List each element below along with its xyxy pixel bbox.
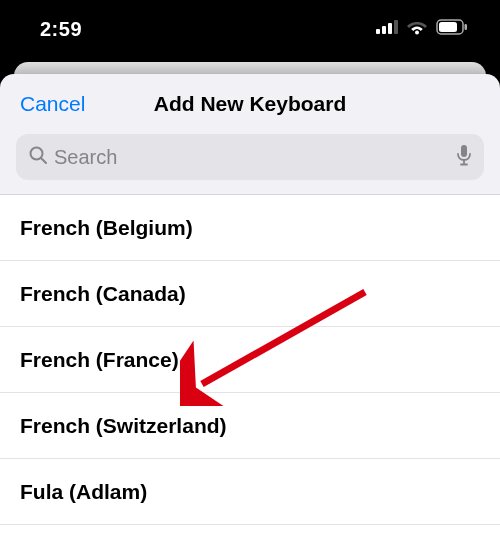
svg-rect-3 bbox=[394, 20, 398, 34]
list-item[interactable]: Fula (Adlam) bbox=[0, 459, 500, 525]
svg-rect-7 bbox=[465, 24, 468, 30]
svg-rect-0 bbox=[376, 29, 380, 34]
cellular-icon bbox=[376, 20, 398, 38]
keyboard-list: French (Belgium) French (Canada) French … bbox=[0, 194, 500, 542]
svg-rect-1 bbox=[382, 26, 386, 34]
nav-bar: Cancel Add New Keyboard bbox=[0, 74, 500, 134]
screen: 2:59 bbox=[0, 0, 500, 542]
search-icon bbox=[28, 145, 48, 169]
list-item[interactable]: French (Belgium) bbox=[0, 195, 500, 261]
svg-rect-10 bbox=[461, 145, 467, 157]
status-icons bbox=[376, 19, 468, 39]
status-bar: 2:59 bbox=[0, 0, 500, 58]
status-time: 2:59 bbox=[40, 18, 82, 41]
battery-icon bbox=[436, 19, 468, 39]
list-item[interactable]: French (Canada) bbox=[0, 261, 500, 327]
svg-point-4 bbox=[415, 31, 419, 35]
svg-line-9 bbox=[41, 158, 46, 163]
cancel-button[interactable]: Cancel bbox=[0, 92, 85, 116]
list-item[interactable]: French (France) bbox=[0, 327, 500, 393]
svg-rect-6 bbox=[439, 22, 457, 32]
search-input[interactable] bbox=[54, 146, 450, 169]
list-item[interactable]: French (Switzerland) bbox=[0, 393, 500, 459]
search-field[interactable] bbox=[16, 134, 484, 180]
modal-sheet: Cancel Add New Keyboard bbox=[0, 74, 500, 542]
svg-rect-2 bbox=[388, 23, 392, 34]
search-container bbox=[0, 134, 500, 194]
wifi-icon bbox=[406, 19, 428, 39]
mic-icon[interactable] bbox=[456, 144, 472, 170]
